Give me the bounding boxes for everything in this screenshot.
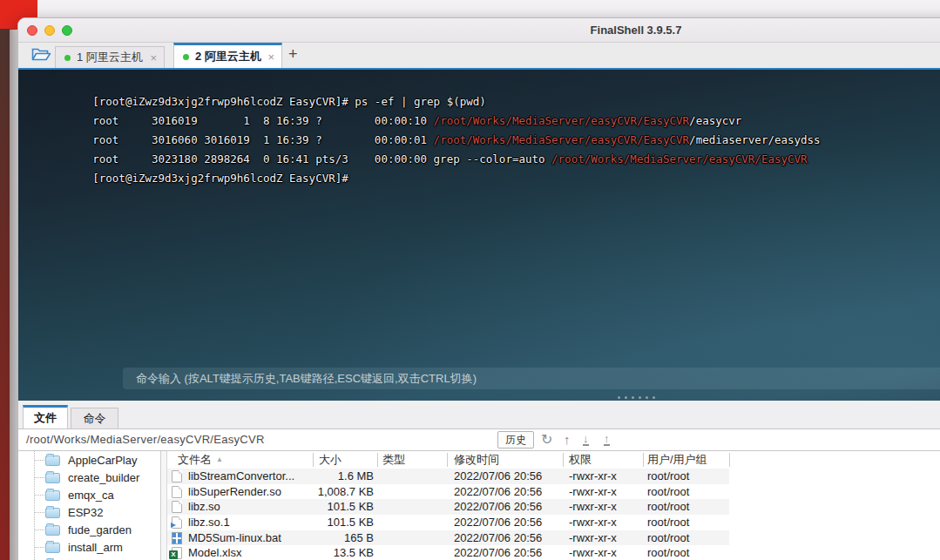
file-size: 13.5 KB <box>275 545 374 560</box>
title-bar: FinalShell 3.9.5.7 <box>18 18 940 43</box>
session-tab-label: 1 阿里云主机 <box>77 50 143 65</box>
file-table-header: 文件名▲ 大小 类型 修改时间 权限 用户/用户组 <box>167 451 940 469</box>
file-table-row[interactable]: Model.xlsx 13.5 KB 2022/07/06 20:56 -rwx… <box>167 545 729 560</box>
file-permissions: -rwxr-xr-x <box>569 530 617 546</box>
folder-icon <box>45 543 60 553</box>
column-divider <box>377 453 378 467</box>
file-mtime: 2022/07/06 20:56 <box>454 530 542 546</box>
parent-directory-icon[interactable]: ↑ <box>564 430 571 449</box>
history-button[interactable]: 历史 <box>497 431 534 449</box>
bottom-tab-strip: 文件 命令 <box>18 405 940 429</box>
column-divider <box>729 453 730 467</box>
file-permissions: -rwxr-xr-x <box>569 469 617 484</box>
session-tab-2-active[interactable]: 2 阿里云主机 × <box>173 43 282 68</box>
folder-icon <box>45 455 60 466</box>
column-header-type[interactable]: 类型 <box>382 451 405 469</box>
tree-item-folder[interactable]: install_arm <box>18 538 160 556</box>
file-type-icon <box>172 532 182 544</box>
file-type-icon <box>172 516 182 529</box>
connection-manager-button[interactable] <box>25 46 57 66</box>
current-path-input[interactable]: /root/Works/MediaServer/easyCVR/EasyCVR <box>26 429 265 450</box>
column-header-mtime[interactable]: 修改时间 <box>454 451 499 469</box>
file-name: MD5Sum-linux.bat <box>188 530 281 546</box>
file-type-icon <box>172 470 182 482</box>
file-mtime: 2022/07/06 20:56 <box>454 499 542 515</box>
tree-item-folder[interactable]: iot_box <box>18 556 160 560</box>
column-divider <box>313 453 314 467</box>
session-tab-1[interactable]: 1 阿里云主机 × <box>55 46 165 68</box>
tree-item-folder[interactable]: emqx_ca <box>18 486 160 503</box>
file-mtime: 2022/07/06 20:56 <box>454 484 542 500</box>
folder-icon <box>45 490 60 501</box>
tree-item-folder[interactable]: AppleCarPlay <box>18 451 160 469</box>
close-tab-icon[interactable]: × <box>150 51 157 64</box>
refresh-icon[interactable]: ↻ <box>541 430 552 449</box>
terminal-text-segment: /easycvr <box>689 114 741 127</box>
open-folder-icon <box>31 47 51 65</box>
column-header-size[interactable]: 大小 <box>319 451 342 469</box>
sort-ascending-icon: ▲ <box>216 455 223 463</box>
tree-table-splitter[interactable] <box>161 451 167 560</box>
tree-item-folder[interactable]: ESP32 <box>18 503 160 521</box>
terminal-line: [root@iZwz9d3xjg2frwp9h6lcodZ EasyCVR]# … <box>27 82 940 101</box>
file-type-icon <box>172 486 182 498</box>
column-divider <box>643 453 644 467</box>
tree-item-label: ESP32 <box>68 506 103 519</box>
terminal-text-segment: /mediaserver/easydss <box>689 133 821 146</box>
desktop-edge-strip <box>0 29 10 560</box>
file-mtime: 2022/07/06 20:56 <box>454 545 542 560</box>
tree-item-label: emqx_ca <box>68 489 114 502</box>
file-table-row[interactable]: libz.so.1 101.5 KB 2022/07/06 20:56 -rwx… <box>167 515 729 530</box>
file-size: 101.5 KB <box>275 515 374 530</box>
column-header-perm[interactable]: 权限 <box>569 451 592 469</box>
file-size: 1.6 MB <box>275 469 374 484</box>
tree-item-label: AppleCarPlay <box>68 454 138 467</box>
screen: FinalShell 3.9.5.7 1 阿里云主机 × 2 阿里云主机 <box>0 0 940 560</box>
terminal-text-segment: root 3016019 1 8 16:39 ? 00:00:10 <box>92 114 433 127</box>
tree-item-folder[interactable]: create_builder <box>18 469 160 486</box>
file-owner: root/root <box>647 545 689 560</box>
file-owner: root/root <box>647 484 689 500</box>
file-table-row[interactable]: MD5Sum-linux.bat 165 B 2022/07/06 20:56 … <box>167 530 729 546</box>
upload-icon[interactable]: ↑ <box>604 432 610 446</box>
file-type-icon <box>172 547 182 559</box>
file-size: 165 B <box>275 530 374 546</box>
directory-tree: AppleCarPlay create_builder emqx_ca ESP3… <box>18 451 161 560</box>
file-mtime: 2022/07/06 20:56 <box>454 469 542 484</box>
window-title: FinalShell 3.9.5.7 <box>18 24 940 37</box>
file-browser: AppleCarPlay create_builder emqx_ca ESP3… <box>18 451 940 560</box>
tab-files[interactable]: 文件 <box>23 405 68 429</box>
file-table-row[interactable]: libz.so 101.5 KB 2022/07/06 20:56 -rwxr-… <box>167 499 729 515</box>
terminal-text-segment: [root@iZwz9d3xjg2frwp9h6lcodZ EasyCVR]# <box>92 172 348 185</box>
terminal-text-segment: root 3023180 2898264 0 16:41 pts/3 00:00… <box>92 152 551 165</box>
folder-icon <box>45 508 60 518</box>
close-tab-icon[interactable]: × <box>267 51 274 64</box>
file-size: 1,008.7 KB <box>275 484 374 500</box>
download-icon[interactable]: ↓ <box>583 432 589 446</box>
column-header-filename[interactable]: 文件名▲ <box>178 451 223 469</box>
folder-icon <box>45 525 60 536</box>
file-owner: root/root <box>647 499 689 515</box>
new-tab-button[interactable]: + <box>288 45 298 64</box>
terminal-area[interactable]: [root@iZwz9d3xjg2frwp9h6lcodZ EasyCVR]# … <box>18 70 940 401</box>
file-permissions: -rwxr-xr-x <box>569 545 617 560</box>
file-owner: root/root <box>647 530 689 546</box>
panel-resize-handle[interactable] <box>618 396 655 399</box>
column-divider <box>563 453 564 467</box>
tab-commands[interactable]: 命令 <box>71 408 118 429</box>
column-header-owner[interactable]: 用户/用户组 <box>647 451 707 469</box>
terminal-text-segment: /root/Works/MediaServer/easyCVR/EasyCVR <box>551 152 808 165</box>
tree-item-folder[interactable]: fude_garden <box>18 521 160 538</box>
file-name: Model.xlsx <box>188 545 241 560</box>
path-toolbar: /root/Works/MediaServer/easyCVR/EasyCVR … <box>18 429 940 451</box>
tree-item-label: create_builder <box>68 471 139 484</box>
column-divider <box>447 453 448 467</box>
file-size: 101.5 KB <box>275 499 374 515</box>
file-permissions: -rwxr-xr-x <box>569 499 617 515</box>
file-mtime: 2022/07/06 20:56 <box>454 515 542 530</box>
file-table-row[interactable]: libStreamConvertor... 1.6 MB 2022/07/06 … <box>167 469 729 484</box>
file-table-row[interactable]: libSuperRender.so 1,008.7 KB 2022/07/06 … <box>167 484 729 500</box>
command-input[interactable]: 命令输入 (按ALT键提示历史,TAB键路径,ESC键返回,双击CTRL切换) <box>123 368 940 389</box>
file-table: 文件名▲ 大小 类型 修改时间 权限 用户/用户组 <box>167 451 940 560</box>
tree-item-label: fude_garden <box>68 523 132 536</box>
